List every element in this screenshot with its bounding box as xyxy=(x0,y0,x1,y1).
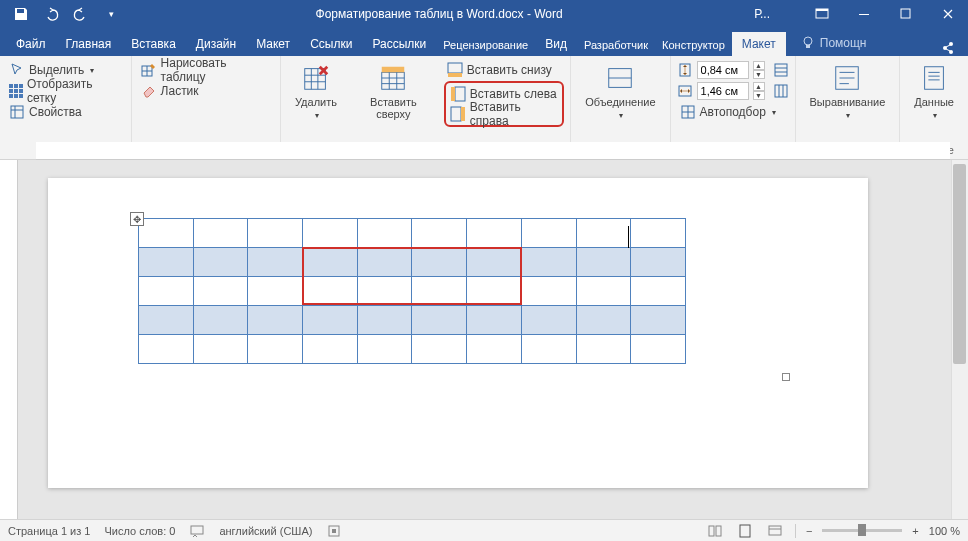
zoom-thumb[interactable] xyxy=(858,524,866,536)
table-cell[interactable] xyxy=(357,219,412,248)
minimize-button[interactable] xyxy=(844,0,884,28)
document-viewport[interactable]: ✥ xyxy=(18,160,968,519)
alignment-button[interactable]: Выравнивание▾ xyxy=(802,60,894,142)
row-height-field[interactable]: ▲▼ xyxy=(677,60,789,80)
view-print-button[interactable] xyxy=(735,523,755,539)
tab-insert[interactable]: Вставка xyxy=(121,32,186,56)
table-cell[interactable] xyxy=(357,335,412,364)
table-cell[interactable] xyxy=(467,248,522,277)
maximize-button[interactable] xyxy=(886,0,926,28)
table-cell[interactable] xyxy=(521,248,576,277)
table-cell[interactable] xyxy=(412,248,467,277)
table-cell[interactable] xyxy=(357,306,412,335)
width-down-button[interactable]: ▼ xyxy=(753,91,765,100)
table-resize-handle[interactable] xyxy=(782,373,790,381)
height-up-button[interactable]: ▲ xyxy=(753,61,765,70)
tab-developer[interactable]: Разработчик xyxy=(577,34,655,56)
view-gridlines-button[interactable]: Отобразить сетку xyxy=(6,81,125,101)
tell-me[interactable]: Помощн xyxy=(792,30,875,56)
table-cell[interactable] xyxy=(412,219,467,248)
insert-above-button[interactable]: Вставить сверху xyxy=(345,60,442,142)
insert-below-button[interactable]: Вставить снизу xyxy=(444,60,564,80)
data-button[interactable]: Данные▾ xyxy=(906,60,962,142)
status-words[interactable]: Число слов: 0 xyxy=(104,525,175,537)
tab-layout[interactable]: Макет xyxy=(246,32,300,56)
account-label[interactable]: Р... xyxy=(754,7,770,21)
tab-view[interactable]: Вид xyxy=(535,32,577,56)
table-cell[interactable] xyxy=(193,277,248,306)
status-page[interactable]: Страница 1 из 1 xyxy=(8,525,90,537)
table-cell[interactable] xyxy=(576,248,631,277)
merge-button[interactable]: Объединение▾ xyxy=(577,60,663,142)
horizontal-ruler[interactable] xyxy=(36,142,950,160)
row-height-input[interactable] xyxy=(697,61,749,79)
tab-file[interactable]: Файл xyxy=(6,32,56,56)
eraser-button[interactable]: Ластик xyxy=(138,81,274,101)
table-cell[interactable] xyxy=(467,335,522,364)
col-width-field[interactable]: ▲▼ xyxy=(677,81,789,101)
table-cell[interactable] xyxy=(139,306,194,335)
table-cell[interactable] xyxy=(467,306,522,335)
ribbon-options-button[interactable] xyxy=(802,0,842,28)
table-cell[interactable] xyxy=(248,277,303,306)
table-cell[interactable] xyxy=(357,277,412,306)
table-cell[interactable] xyxy=(631,248,686,277)
document-table[interactable] xyxy=(138,218,686,364)
table-cell[interactable] xyxy=(412,306,467,335)
table-cell[interactable] xyxy=(139,248,194,277)
delete-button[interactable]: Удалить▾ xyxy=(287,60,345,142)
table-cell[interactable] xyxy=(576,219,631,248)
table-cell[interactable] xyxy=(631,306,686,335)
table-cell[interactable] xyxy=(467,219,522,248)
table-cell[interactable] xyxy=(412,335,467,364)
table-cell[interactable] xyxy=(576,306,631,335)
qat-customize-button[interactable]: ▾ xyxy=(98,1,124,27)
table-cell[interactable] xyxy=(521,219,576,248)
table-cell[interactable] xyxy=(139,219,194,248)
tab-table-design[interactable]: Конструктор xyxy=(655,34,732,56)
width-up-button[interactable]: ▲ xyxy=(753,82,765,91)
table-cell[interactable] xyxy=(139,335,194,364)
table-cell[interactable] xyxy=(576,277,631,306)
tab-home[interactable]: Главная xyxy=(56,32,122,56)
zoom-in-button[interactable]: + xyxy=(912,525,918,537)
vertical-ruler[interactable] xyxy=(0,160,18,519)
table-cell[interactable] xyxy=(631,219,686,248)
table-cell[interactable] xyxy=(193,248,248,277)
table-cell[interactable] xyxy=(303,335,358,364)
zoom-level[interactable]: 100 % xyxy=(929,525,960,537)
table-cell[interactable] xyxy=(303,219,358,248)
table-cell[interactable] xyxy=(139,277,194,306)
zoom-out-button[interactable]: − xyxy=(806,525,812,537)
tab-table-layout[interactable]: Макет xyxy=(732,32,786,56)
spellcheck-icon[interactable] xyxy=(189,523,205,539)
save-button[interactable] xyxy=(8,1,34,27)
scrollbar-thumb[interactable] xyxy=(953,164,966,364)
table-cell[interactable] xyxy=(303,306,358,335)
table-cell[interactable] xyxy=(193,335,248,364)
height-down-button[interactable]: ▼ xyxy=(753,70,765,79)
col-width-input[interactable] xyxy=(697,82,749,100)
zoom-slider[interactable] xyxy=(822,529,902,532)
draw-table-button[interactable]: Нарисовать таблицу xyxy=(138,60,274,80)
macro-icon[interactable] xyxy=(326,523,342,539)
table-cell[interactable] xyxy=(521,277,576,306)
table-move-handle[interactable]: ✥ xyxy=(130,212,144,226)
share-button[interactable] xyxy=(940,40,956,56)
table-cell[interactable] xyxy=(193,219,248,248)
view-web-button[interactable] xyxy=(765,523,785,539)
table-cell[interactable] xyxy=(303,277,358,306)
tab-mailings[interactable]: Рассылки xyxy=(362,32,436,56)
table-cell[interactable] xyxy=(412,277,467,306)
table-cell[interactable] xyxy=(248,219,303,248)
table-cell[interactable] xyxy=(576,335,631,364)
table-cell[interactable] xyxy=(193,306,248,335)
table-cell[interactable] xyxy=(248,248,303,277)
status-language[interactable]: английский (США) xyxy=(219,525,312,537)
vertical-scrollbar[interactable] xyxy=(951,160,968,519)
table-cell[interactable] xyxy=(303,248,358,277)
table-cell[interactable] xyxy=(521,335,576,364)
table-cell[interactable] xyxy=(521,306,576,335)
table-cell[interactable] xyxy=(631,277,686,306)
autofit-button[interactable]: Автоподбор▾ xyxy=(677,102,789,122)
